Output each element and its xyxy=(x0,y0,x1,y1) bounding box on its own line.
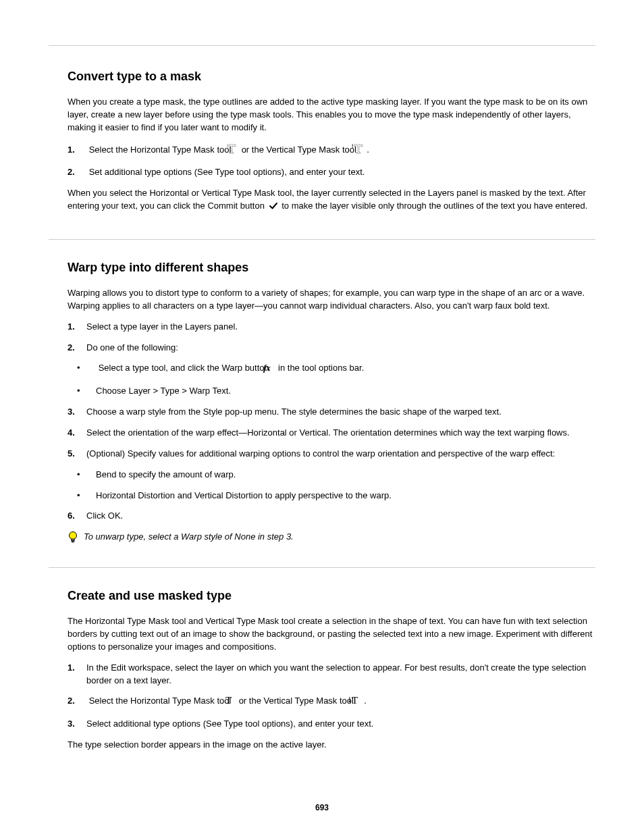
para: When you create a type mask, the type ou… xyxy=(68,96,595,134)
tip-text: To unwarp type, select a Warp style of N… xyxy=(84,531,595,544)
step-1: 1.In the Edit workspace, select the laye… xyxy=(86,662,595,687)
step-3: 3.Choose a warp style from the Style pop… xyxy=(86,406,595,419)
step-6: 6.Click OK. xyxy=(86,510,595,523)
svg-point-1 xyxy=(70,532,77,540)
para: When you select the Horizontal or Vertic… xyxy=(68,187,595,215)
step-5: 5.(Optional) Specify values for addition… xyxy=(86,448,595,461)
lightbulb-icon xyxy=(68,531,78,548)
svg-text:fx: fx xyxy=(263,363,271,373)
para: Warping allows you to distort type to co… xyxy=(68,287,595,313)
page-number: 693 xyxy=(0,802,644,814)
tip: To unwarp type, select a Warp style of N… xyxy=(68,531,595,548)
substep: •Choose Layer > Type > Warp Text. xyxy=(96,385,595,398)
heading-create-use-masked-type: Create and use masked type xyxy=(68,587,595,604)
svg-text:T: T xyxy=(352,695,358,706)
horizontal-type-mask-icon xyxy=(235,142,238,159)
step-2: 2. Select the Horizontal Type Mask tool … xyxy=(86,695,595,710)
heading-convert-type-mask: Convert type to a mask xyxy=(68,68,595,85)
step-3: 3.Select additional type options (See Ty… xyxy=(86,718,595,731)
svg-text:T: T xyxy=(225,695,232,706)
vertical-type-tool-icon: T xyxy=(358,695,360,710)
para: The Horizontal Type Mask tool and Vertic… xyxy=(68,615,595,654)
para: The type selection border appears in the… xyxy=(68,739,595,752)
substep: •Bend to specify the amount of warp. xyxy=(96,469,595,481)
vertical-type-mask-icon xyxy=(360,142,363,159)
step-2: 2. Set additional type options (See Type… xyxy=(86,166,595,179)
substep: •Horizontal Distortion and Vertical Dist… xyxy=(96,490,595,502)
heading-warp-type: Warp type into different shapes xyxy=(68,259,595,276)
step-1: 1.Select a type layer in the Layers pane… xyxy=(86,321,595,334)
warp-fx-icon: fx xyxy=(273,363,274,377)
commit-check-icon xyxy=(269,201,278,215)
substep: • Select a type tool, and click the Warp… xyxy=(96,362,595,377)
step-1: 1. Select the Horizontal Type Mask tool … xyxy=(86,142,595,159)
svg-rect-2 xyxy=(72,539,75,540)
svg-rect-4 xyxy=(72,542,74,542)
step-2: 2.Do one of the following: xyxy=(86,342,595,355)
step-4: 4.Select the orientation of the warp eff… xyxy=(86,427,595,440)
